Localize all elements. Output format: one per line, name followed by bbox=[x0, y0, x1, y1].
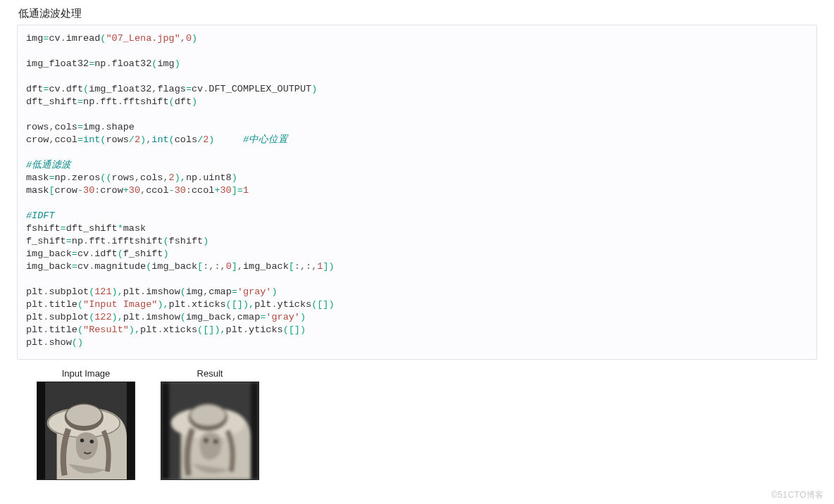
svg-point-14 bbox=[190, 405, 225, 426]
svg-rect-1 bbox=[37, 382, 45, 479]
section-title: 低通滤波处理 bbox=[18, 7, 817, 20]
image-placeholder bbox=[161, 382, 259, 480]
matplotlib-output: Input Image Result bbox=[37, 368, 817, 480]
svg-point-7 bbox=[80, 439, 85, 443]
svg-rect-10 bbox=[161, 382, 169, 479]
svg-rect-11 bbox=[251, 382, 259, 479]
plot-title: Input Image bbox=[37, 368, 135, 379]
watermark: ©51CTO博客 bbox=[771, 489, 824, 501]
plot-title: Result bbox=[161, 368, 259, 379]
svg-point-8 bbox=[90, 439, 94, 443]
svg-rect-2 bbox=[127, 382, 135, 479]
svg-point-6 bbox=[66, 405, 101, 426]
plot-result: Result bbox=[161, 368, 259, 480]
code-block: img=cv.imread("07_Lena.jpg",0) img_float… bbox=[17, 25, 817, 360]
image-placeholder bbox=[37, 382, 135, 480]
svg-point-16 bbox=[214, 439, 218, 443]
svg-point-15 bbox=[204, 439, 208, 443]
plot-input-image: Input Image bbox=[37, 368, 135, 480]
